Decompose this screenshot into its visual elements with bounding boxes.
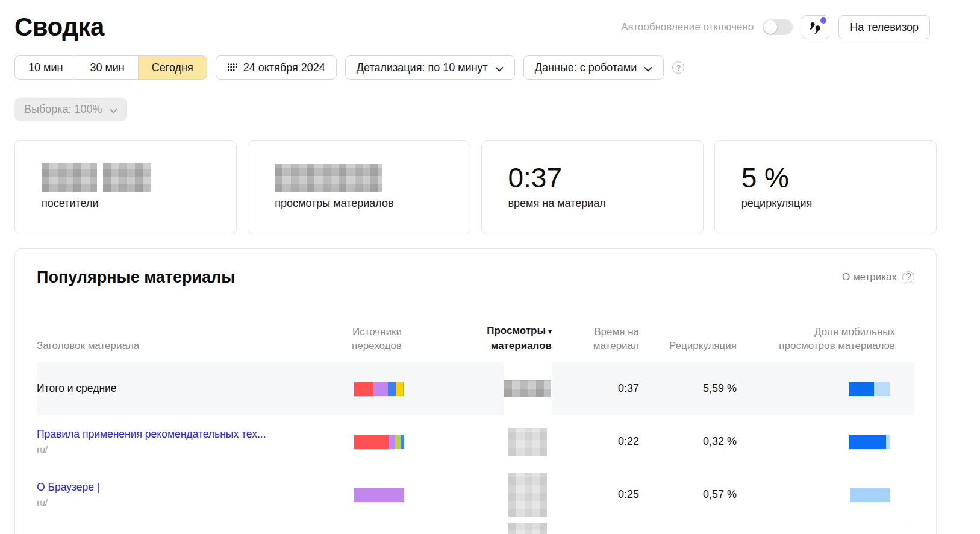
metric-label: посетители [42, 197, 236, 210]
column-header-recirculation[interactable]: Рециркуляция [639, 339, 737, 362]
tv-button[interactable]: На телевизор [838, 15, 930, 39]
time-on-material-value: 0:22 [552, 435, 639, 448]
filter-bar: 10 мин30 минСегодня 24 октября 2024 Дета… [14, 55, 937, 80]
chevron-down-icon [495, 62, 504, 75]
blurred-value [508, 473, 547, 517]
traffic-sources-bar[interactable] [354, 488, 404, 502]
blurred-value [275, 164, 382, 192]
header-actions: Автообновление отключено На телевизор [621, 15, 937, 39]
metric-card: просмотры материалов [248, 140, 470, 234]
metric-card: посетители [14, 140, 237, 234]
toggle-knob [764, 20, 777, 34]
material-url: ru/ [37, 444, 308, 455]
bar-segment [886, 435, 890, 449]
blurred-value [504, 380, 551, 397]
chevron-down-icon [644, 62, 652, 75]
mobile-share-bar[interactable] [849, 382, 890, 396]
section-title: Популярные материалы [37, 268, 235, 287]
metric-value [42, 163, 236, 193]
blurred-value [508, 428, 547, 456]
recirculation-value: 0,57 % [639, 488, 737, 501]
range-option-10-мин[interactable]: 10 мин [14, 55, 76, 80]
date-picker-button[interactable]: 24 октября 2024 [216, 55, 337, 80]
views-value-blurred [504, 468, 552, 521]
mobile-share-bar[interactable] [850, 488, 890, 502]
metric-value: 5 % [741, 163, 936, 193]
autorefresh-toggle[interactable] [763, 19, 793, 35]
column-header-title[interactable]: Заголовок материала [37, 339, 308, 362]
range-option-Сегодня[interactable]: Сегодня [138, 55, 207, 80]
popular-table-header: Заголовок материала Источники переходов … [37, 287, 914, 362]
bar-segment [395, 435, 400, 449]
sampling-dropdown[interactable]: Выборка: 100% [14, 98, 127, 121]
table-row: Правила применения рекомендательных тех.… [37, 415, 914, 468]
traffic-sources-bar[interactable] [354, 382, 404, 396]
time-range-group: 10 мин30 минСегодня [14, 55, 207, 80]
blurred-value [103, 163, 151, 192]
bar-segment [389, 435, 395, 449]
chat-button[interactable] [802, 15, 829, 39]
material-title[interactable]: Правила применения рекомендательных тех.… [37, 428, 308, 441]
autorefresh-label: Автообновление отключено [621, 21, 754, 33]
table-row: О Браузере | ru/ 0:25 0,57 % [37, 468, 914, 521]
bar-segment [850, 488, 890, 502]
metric-value: 0:37 [508, 163, 703, 193]
page: Сводка Автообновление отключено На телев… [0, 0, 937, 534]
blurred-value [42, 163, 97, 192]
about-metrics-link[interactable]: О метриках ? [842, 271, 914, 283]
time-on-material-value: 0:25 [552, 488, 639, 501]
bar-segment [354, 435, 389, 449]
column-header-time[interactable]: Время на материал [552, 325, 639, 362]
material-title[interactable]: О Браузере | [37, 481, 308, 494]
metric-label: просмотры материалов [275, 197, 469, 210]
bar-segment [354, 488, 404, 502]
column-header-sources[interactable]: Источники переходов [308, 325, 404, 362]
mobile-share-bar[interactable] [849, 435, 890, 449]
traffic-sources-bar[interactable] [354, 435, 404, 449]
date-label: 24 октября 2024 [243, 61, 325, 74]
bar-segment [849, 382, 874, 396]
chevron-down-icon [110, 104, 117, 116]
detalization-label: Детализация: по 10 минут [357, 61, 488, 74]
bar-segment [373, 382, 388, 396]
bar-segment [874, 382, 890, 396]
blurred-value [508, 523, 547, 534]
data-mode-label: Данные: с роботами [535, 61, 637, 74]
metric-card: 0:37 время на материал [481, 140, 704, 234]
material-title: Итого и средние [37, 382, 308, 395]
material-url: ru/ [37, 497, 308, 508]
data-mode-dropdown[interactable]: Данные: с роботами [523, 55, 664, 80]
views-value-blurred [504, 415, 552, 468]
sampling-label: Выборка: 100% [24, 103, 102, 116]
popular-materials-section: Популярные материалы О метриках ? Заголо… [14, 248, 937, 534]
column-header-mobile-share[interactable]: Доля мобильных просмотров материалов [737, 325, 914, 362]
views-value-blurred [504, 362, 552, 415]
help-icon: ? [902, 271, 914, 283]
metric-label: время на материал [508, 197, 703, 210]
time-on-material-value: 0:37 [552, 382, 639, 395]
sampling-row: Выборка: 100% [14, 98, 937, 121]
table-row-partial [37, 521, 914, 534]
metric-value [275, 163, 469, 193]
detalization-dropdown[interactable]: Детализация: по 10 минут [345, 55, 515, 80]
bar-segment [388, 382, 396, 396]
about-metrics-label: О метриках [842, 271, 897, 283]
metric-label: рециркуляция [741, 197, 936, 210]
bar-segment [849, 435, 886, 449]
notification-dot [820, 17, 826, 24]
help-icon[interactable]: ? [672, 61, 684, 74]
page-title: Сводка [14, 13, 104, 42]
calendar-icon [227, 63, 237, 72]
popular-table-body: Итого и средние 0:37 5,59 % Правила прим… [37, 362, 914, 521]
metric-card: 5 % рециркуляция [714, 140, 937, 234]
summary-cards: посетители просмотры материалов 0:37 вре… [14, 140, 937, 234]
bar-segment [354, 382, 373, 396]
bar-segment [396, 382, 403, 396]
recirculation-value: 5,59 % [639, 382, 737, 395]
recirculation-value: 0,32 % [639, 435, 737, 448]
column-header-views-sorted[interactable]: Просмотры▾материалов [404, 324, 552, 362]
table-row: Итого и средние 0:37 5,59 % [37, 362, 914, 415]
page-header: Сводка Автообновление отключено На телев… [14, 8, 937, 46]
range-option-30-мин[interactable]: 30 мин [76, 55, 138, 80]
